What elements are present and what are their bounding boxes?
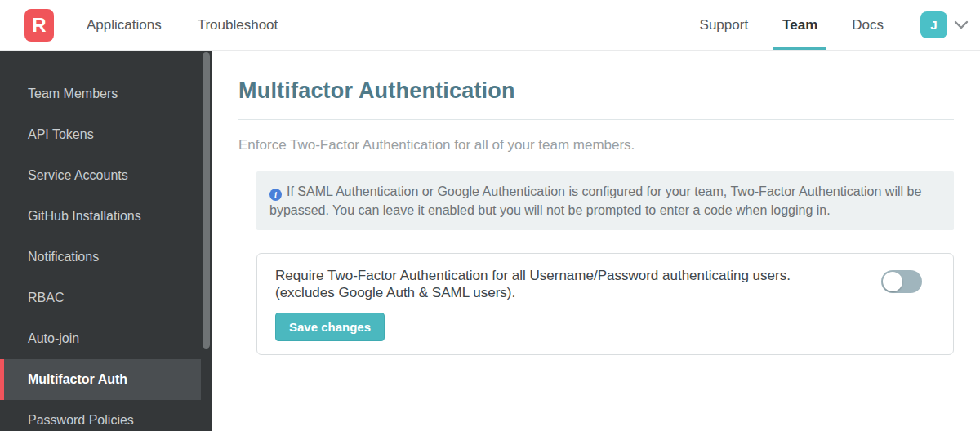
- sidebar-item-notifications[interactable]: Notifications: [0, 237, 212, 278]
- sidebar-item-password-policies[interactable]: Password Policies: [0, 400, 212, 431]
- avatar[interactable]: J: [920, 11, 947, 38]
- rollbar-logo-icon[interactable]: R: [24, 9, 54, 42]
- saml-bypass-info-note: iIf SAML Authentication or Google Authen…: [256, 171, 954, 230]
- nav-item-troubleshoot[interactable]: Troubleshoot: [198, 17, 278, 33]
- page-title: Multifactor Authentication: [238, 78, 954, 104]
- nav-item-team[interactable]: Team: [773, 0, 826, 50]
- secondary-nav: Support Team Docs J: [691, 0, 969, 50]
- title-divider: [238, 119, 954, 120]
- nav-item-applications[interactable]: Applications: [87, 17, 162, 33]
- nav-item-support[interactable]: Support: [691, 0, 758, 50]
- sidebar-item-github-installations[interactable]: GitHub Installations: [0, 196, 212, 237]
- two-factor-setting-card: Require Two-Factor Authentication for al…: [256, 253, 954, 355]
- user-menu[interactable]: J: [920, 11, 969, 38]
- settings-sidebar: Team Members API Tokens Service Accounts…: [0, 51, 212, 431]
- primary-nav: Applications Troubleshoot: [87, 17, 278, 33]
- sidebar-item-team-members[interactable]: Team Members: [0, 73, 212, 114]
- page-description: Enforce Two-Factor Authentication for al…: [238, 137, 954, 153]
- nav-item-docs[interactable]: Docs: [843, 0, 893, 50]
- sidebar-item-auto-join[interactable]: Auto-join: [0, 318, 212, 359]
- sidebar-item-multifactor-auth[interactable]: Multifactor Auth: [0, 359, 201, 400]
- setting-label: Require Two-Factor Authentication for al…: [275, 267, 822, 301]
- info-note-text: If SAML Authentication or Google Authent…: [270, 184, 921, 217]
- chevron-down-icon: [954, 18, 969, 33]
- setting-label-line2: (excludes Google Auth & SAML users).: [275, 284, 822, 301]
- toggle-knob: [883, 272, 902, 291]
- sidebar-item-rbac[interactable]: RBAC: [0, 278, 212, 318]
- two-factor-toggle[interactable]: [881, 270, 922, 293]
- main-content: Multifactor Authentication Enforce Two-F…: [212, 51, 980, 431]
- save-changes-button[interactable]: Save changes: [275, 313, 385, 341]
- setting-label-line1: Require Two-Factor Authentication for al…: [275, 267, 822, 284]
- sidebar-item-service-accounts[interactable]: Service Accounts: [0, 155, 212, 196]
- info-icon: i: [270, 189, 282, 201]
- sidebar-item-api-tokens[interactable]: API Tokens: [0, 114, 212, 155]
- sidebar-scrollbar[interactable]: [203, 52, 210, 349]
- top-navigation-bar: R Applications Troubleshoot Support Team…: [0, 0, 980, 51]
